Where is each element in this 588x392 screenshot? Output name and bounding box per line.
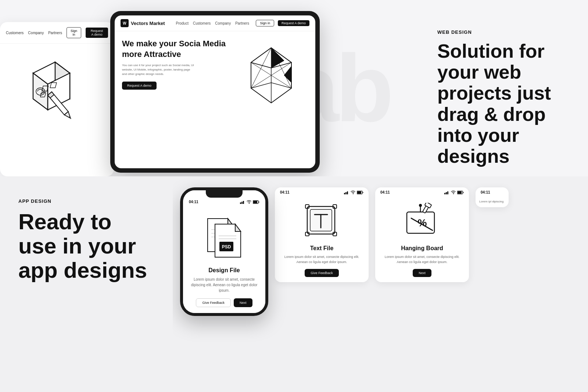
bottom-section: APP DESIGN Ready to use in your app desi… [0,176,588,392]
svg-rect-58 [458,191,462,194]
tablet-nav-partners: Partners [235,21,249,25]
svg-marker-34 [235,224,241,231]
svg-rect-44 [357,191,361,194]
hanging-board-desc: Lorem ipsum dolor sit amet, consecte dip… [382,255,462,265]
svg-marker-21 [284,66,291,83]
app-design-category-label: APP DESIGN [18,198,154,204]
svg-rect-54 [446,192,447,194]
text-file-phone-card: 04:11 [275,187,369,282]
text-file-status-bar: 04:11 [275,187,369,196]
tablet-hero-title: We make your Socia Media more Attractive [122,39,234,60]
svg-rect-40 [345,192,347,194]
tablet-nav-company: Company [215,21,231,25]
text-file-title: Text File [310,245,334,252]
hanging-board-content: % Hanging Board Lorem ipsum dolor sit am… [375,196,469,282]
svg-rect-22 [240,202,241,204]
nav-link-partners: Partners [48,31,62,35]
next-button-main[interactable]: Next [234,298,252,307]
partial-phone-content: Lorem ipl dipiscing [476,196,509,207]
design-file-buttons: Give Feedback Next [196,298,252,307]
phone-time: 04:11 [189,200,198,204]
tablet-hero-left: We make your Socia Media more Attractive… [122,39,234,90]
svg-point-61 [419,204,422,207]
partial-phone-desc: Lorem ipl dipiscing [479,199,505,204]
svg-rect-53 [444,193,445,194]
tablet-frame: W Vectors Market Product Customers Compa… [110,11,320,173]
tablet-hero-desc: You can use it for your project such as … [122,63,196,76]
svg-rect-23 [241,202,243,204]
web-design-category-label: WEB DESIGN [437,29,577,35]
design-file-desc: Lorem ipsum dolor sit amet, consecte dip… [189,277,259,293]
hanging-board-title: Hanging Board [401,245,443,252]
hanging-board-icon: % [402,201,442,241]
nav-link-customers: Customers [6,31,24,35]
phones-area: 04:11 [173,176,588,392]
phone-notch [206,190,243,198]
left-card-signin-button[interactable]: Sign in [67,27,81,38]
svg-rect-41 [347,191,348,194]
tablet-nav: W Vectors Market Product Customers Compa… [115,15,315,31]
top-section: Customers Company Partners Sign in Reque… [0,0,588,176]
hanging-board-status-icons [444,191,464,194]
tablet-nav-customers: Customers [193,21,211,25]
isometric-icon [7,51,88,132]
design-file-icon: PSD [198,211,250,263]
tablet-hero-cta-button[interactable]: Request A demo [122,82,157,90]
svg-rect-24 [243,201,244,204]
tablet-hero: We make your Socia Media more Attractive… [115,31,315,116]
give-feedback-button[interactable]: Give Feedback [305,269,339,277]
tablet-nav-links: Product Customers Company Partners [176,21,249,25]
hanging-board-status-bar: 04:11 [375,187,469,196]
svg-rect-57 [463,192,464,193]
svg-rect-26 [259,201,259,202]
tablet-logo: W Vectors Market [121,19,165,27]
text-file-time: 04:11 [280,190,290,194]
app-design-headline: Ready to use in your app designs [18,210,154,283]
text-file-icon [302,201,342,241]
phone-status-icons [240,200,259,204]
next-button[interactable]: Next [413,269,431,277]
svg-rect-55 [447,191,448,194]
hanging-board-time: 04:11 [380,190,390,194]
svg-rect-27 [253,201,257,203]
tablet-nav-product: Product [176,21,189,25]
svg-rect-39 [344,193,345,194]
tablet-logo-icon: W [121,19,129,27]
tablet-mockup: W Vectors Market Product Customers Compa… [110,11,320,173]
text-file-desc: Lorem ipsum dolor sit amet, consecte dip… [282,255,362,265]
left-card-demo-button[interactable]: Request A demo [86,28,108,38]
text-file-content: Text File Lorem ipsum dolor sit amet, co… [275,196,369,282]
tablet-screen: W Vectors Market Product Customers Compa… [115,15,315,168]
design-file-title: Design File [208,267,240,274]
partial-phone-card: 04:11 Lorem ipl dipiscing [476,187,509,207]
right-text-block: WEB DESIGN Solution for your web project… [437,29,577,167]
left-card-nav: Customers Company Partners Sign in Reque… [0,22,114,44]
tablet-logo-text: Vectors Market [131,21,165,26]
main-phone-content: PSD Design File Lorem ipsum dolor sit am… [183,205,265,313]
svg-rect-43 [363,192,363,193]
main-phone-mockup: 04:11 [180,187,268,316]
give-feedback-button-main[interactable]: Give Feedback [196,298,231,307]
tablet-hero-diamond [234,39,308,112]
phone-status-bar: 04:11 [183,197,265,205]
hanging-board-phone-card: 04:11 % [375,187,469,282]
bottom-left-text: APP DESIGN Ready to use in your app desi… [0,176,173,392]
tablet-demo-button[interactable]: Request A demo [278,20,309,26]
web-design-headline: Solution for your web projects just drag… [437,41,577,167]
nav-link-company: Company [28,31,44,35]
svg-text:PSD: PSD [222,244,231,249]
main-phone-screen: 04:11 [183,190,265,313]
partial-phone-status: 04:11 [476,187,509,196]
partial-phone-time: 04:11 [481,190,490,194]
tablet-signin-button[interactable]: Sign in [256,20,274,26]
left-card-body [0,44,114,176]
text-file-status-icons [344,191,363,194]
svg-line-16 [251,48,271,88]
left-card: Customers Company Partners Sign in Reque… [0,22,114,176]
